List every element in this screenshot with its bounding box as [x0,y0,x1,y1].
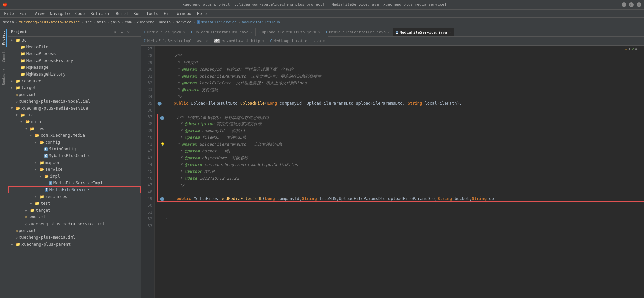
tree-item[interactable]: IMediaFileService [8,186,141,193]
nav-addmediafilestodb[interactable]: addMediaFilesToDb [242,20,280,24]
warn-count: 9 [628,47,630,51]
tree-item[interactable]: ▶📁resources [8,78,141,84]
tree-item-label: mapper [45,160,60,165]
nav-com[interactable]: com [125,20,132,24]
editor-tab[interactable]: CUploadFileResultDto.java× [256,28,323,36]
tree-item-label: xuecheng-plus-media-service [21,106,88,111]
editor-content[interactable]: ⚠ 9 ✓ 4 27282930313233343536373839404142… [141,46,644,298]
activity-bookmarks[interactable]: Bookmarks [1,65,7,87]
tree-item-label: target [36,208,50,213]
tree-item[interactable]: ▶📁xuecheng-plus-parent [8,241,141,248]
activity-project[interactable]: Project [1,29,7,47]
tab-close-button[interactable]: × [250,30,252,34]
tab-close-button[interactable]: × [388,30,390,34]
tree-item[interactable]: CMybatisPlusConfig [8,152,141,159]
line-number: 41 [141,141,152,148]
editor-tab[interactable]: CMediaApplication.java× [267,36,328,45]
tree-item[interactable]: 📁MqMessage [8,64,141,71]
tree-item[interactable]: ▼📂config [8,139,141,146]
menu-help[interactable]: Help [194,11,210,17]
tree-item[interactable]: CMinioConfig [8,146,141,152]
nav-java[interactable]: java [111,20,120,24]
menu-edit[interactable]: Edit [17,11,32,17]
close-button[interactable]: ✕ [637,2,641,7]
tree-item[interactable]: ▼📂impl [8,173,141,180]
menu-navigate[interactable]: Navigate [47,11,73,17]
code-line [157,107,644,114]
tree-item[interactable]: 📁MediaProcessHistory [8,57,141,64]
tree-item-label: main [31,119,41,124]
menu-tools[interactable]: Tools [143,11,161,17]
panel-btn-3[interactable]: ⚙ [126,29,131,35]
tab-close-button[interactable]: × [262,39,264,43]
code-area[interactable]: /** * 上传文件 * @param companyId 机构id: 同样带告… [155,46,644,298]
tab-close-button[interactable]: × [323,39,325,43]
tree-item[interactable]: ▶📁pc [8,37,141,44]
nav-media2[interactable]: media [159,20,171,24]
line-number: 53 [141,222,152,229]
editor-tab[interactable]: CMediaFileServiceImpl.java× [141,36,211,45]
folder-icon: 📁 [20,65,25,70]
tree-item[interactable]: 📁MqMessageHistory [8,71,141,78]
tab-close-button[interactable]: × [449,31,451,34]
tree-item[interactable]: mpom.xml [8,214,141,220]
folder-icon: 📂 [20,113,25,117]
tree-item[interactable]: ▶📁resources [8,193,141,200]
menu-build[interactable]: Build [113,11,131,17]
folder-icon: 📁 [16,242,20,247]
tree-item[interactable]: ▼📂com.xuecheng.media [8,132,141,139]
editor-tab[interactable]: CMediaFilesController.java× [323,28,393,36]
tree-item[interactable]: ▼📂service [8,166,141,173]
warning-indicator: ⚠ 9 ✓ 4 [625,47,638,51]
tree-item[interactable]: mpom.xml [8,91,141,98]
tree-item[interactable]: ▶📁target [8,84,141,91]
tree-item[interactable]: CMediaFileServiceImpl [8,180,141,186]
maximize-button[interactable]: □ [629,2,634,7]
menu-run[interactable]: Run [131,11,143,17]
tree-item[interactable]: ▶📁test [8,200,141,207]
nav-mediafileservice[interactable]: MediaFileService [201,20,237,24]
editor-tab[interactable]: CMediaFiles.java× [141,28,188,36]
tree-item[interactable]: ▶📁mapper [8,159,141,166]
nav-main[interactable]: main [97,20,106,24]
panel-btn-4[interactable]: — [133,29,138,35]
minimize-button[interactable]: — [622,2,626,7]
activity-commit[interactable]: Commit [1,48,7,64]
editor-tab[interactable]: APIxc-media-api.http× [211,36,267,45]
panel-btn-2[interactable]: ≡ [119,29,124,35]
menu-window[interactable]: Window [174,11,194,17]
tree-item[interactable]: mpom.xml [8,227,141,234]
tree-item-label: MediaFiles [26,45,51,49]
tree-item[interactable]: ▼📂main [8,118,141,125]
tree-item[interactable]: 📁MediaProcess [8,50,141,57]
nav-src[interactable]: src [85,20,92,24]
menu-refactor[interactable]: Refactor [88,11,113,17]
nav-media[interactable]: media [3,20,14,24]
menu-view[interactable]: View [32,11,47,17]
tab-close-button[interactable]: × [183,30,185,34]
editor-tab[interactable]: CUploadFileParamsDto.java× [188,28,256,36]
tree-item-label: resources [45,194,67,199]
nav-xuecheng[interactable]: xuecheng [136,20,154,24]
editor-tab[interactable]: IMediaFileService.java× [393,28,454,36]
tree-item[interactable]: ▼📂xuecheng-plus-media-service [8,105,141,112]
tab-close-button[interactable]: × [206,39,208,43]
nav-service2[interactable]: service [176,20,191,24]
menu-code[interactable]: Code [73,11,88,17]
nav-service[interactable]: xuecheng-plus-media-service [19,20,80,24]
tree-item[interactable]: ▼📂src [8,112,141,118]
menu-file[interactable]: File [1,11,17,17]
code-line [157,222,644,229]
tree-item[interactable]: ◇xuecheng-plus-media-service.iml [8,220,141,227]
line-number: 42 [141,148,152,154]
menu-git[interactable]: Git [161,11,174,17]
tree-item[interactable]: 📁MediaFiles [8,44,141,50]
tree-item[interactable]: ◇xuecheng-plus-media-model.iml [8,98,141,105]
panel-btn-1[interactable]: ⊕ [112,29,118,35]
line-number: 47 [141,182,152,188]
tab-close-button[interactable]: × [318,30,320,34]
tree-item[interactable]: ▶📁target [8,207,141,214]
menubar: FileEditViewNavigateCodeRefactorBuildRun… [0,10,644,18]
tree-item[interactable]: ▼📂java [8,125,141,132]
tree-item[interactable]: ◇xuecheng-plus-media.iml [8,234,141,241]
